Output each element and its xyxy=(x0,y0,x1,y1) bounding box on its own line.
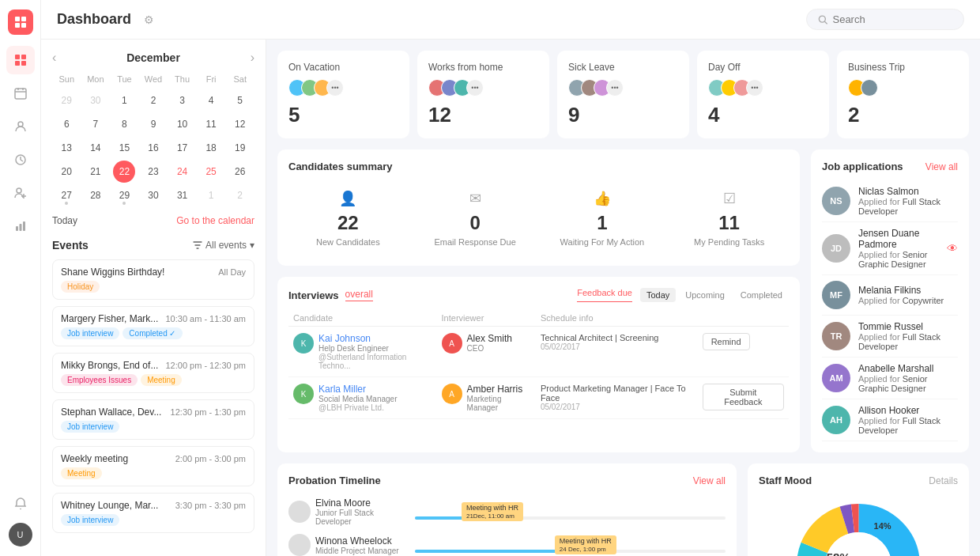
calendar-day[interactable]: 2 xyxy=(229,184,251,206)
calendar-prev[interactable]: ‹ xyxy=(52,51,56,65)
search-input[interactable] xyxy=(832,13,952,25)
event-item[interactable]: Stephan Wallace, Dev... 12:30 pm - 1:30 … xyxy=(52,399,254,440)
calendar-day[interactable]: 28 xyxy=(85,184,107,206)
svg-rect-2 xyxy=(15,23,20,28)
action-button[interactable]: Submit Feedback xyxy=(703,384,784,410)
prob-bar-container: Meeting with HR24 Dec, 1:00 pm xyxy=(415,550,726,553)
app-logo[interactable] xyxy=(8,9,33,35)
svg-rect-6 xyxy=(15,61,20,66)
donut-14-label: 14% xyxy=(874,521,891,531)
job-app-item[interactable]: TR Tommie Russel Applied for Full Stack … xyxy=(822,316,958,357)
candidate-summary-item: ☑ 11 My Pending Tasks xyxy=(669,182,789,255)
job-app-info: Tommie Russel Applied for Full Stack Dev… xyxy=(858,321,958,351)
calendar-day[interactable]: 7 xyxy=(85,113,107,135)
calendar-day[interactable]: 30 xyxy=(85,89,107,112)
calendar-day[interactable]: 29 xyxy=(55,89,77,112)
action-button[interactable]: Remind xyxy=(703,333,750,350)
calendar-day[interactable]: 16 xyxy=(142,137,164,159)
candidate-role: Social Media Manager xyxy=(318,395,398,403)
candidate-company: @Sutherland Information Techno... xyxy=(318,353,432,370)
staff-mood-panel: Staff Mood Details xyxy=(748,463,969,556)
event-tag: Meeting xyxy=(61,467,102,479)
calendar-day[interactable]: 17 xyxy=(172,137,194,159)
tab-today[interactable]: Today xyxy=(640,288,676,302)
sidebar-item-add-user[interactable] xyxy=(6,179,35,207)
stat-number: 2 xyxy=(848,103,958,127)
calendar-day[interactable]: 8 xyxy=(113,113,135,135)
stat-title: On Vacation xyxy=(288,62,340,73)
calendar-day[interactable]: 9 xyxy=(142,113,164,135)
job-app-item[interactable]: AH Allison Hooker Applied for Full Stack… xyxy=(822,399,958,441)
stat-avatars: ••• xyxy=(288,79,398,96)
calendar-day[interactable]: 23 xyxy=(142,161,164,183)
sidebar-item-calendar[interactable] xyxy=(6,79,35,108)
calendar-day[interactable]: 30 xyxy=(142,184,164,206)
job-app-name: Allison Hooker xyxy=(858,405,958,416)
calendar-day[interactable]: 2 xyxy=(142,89,164,112)
schedule-date: 05/02/2017 xyxy=(541,403,693,411)
calendar-day[interactable]: 10 xyxy=(172,113,194,135)
sidebar-item-users[interactable] xyxy=(6,112,35,141)
event-time: 12:30 pm - 1:30 pm xyxy=(171,407,246,417)
page-title: Dashboard xyxy=(57,11,131,28)
eye-icon[interactable]: 👁 xyxy=(947,242,958,255)
job-app-item[interactable]: MF Melania Filkins Applied for Copywrite… xyxy=(822,275,958,316)
sidebar: U xyxy=(0,0,41,556)
calendar-day[interactable]: 12 xyxy=(229,113,251,135)
job-app-item[interactable]: NS Niclas Salmon Applied for Full Stack … xyxy=(822,180,958,222)
user-avatar[interactable]: U xyxy=(9,523,32,547)
job-app-item[interactable]: AM Anabelle Marshall Applied for Senior … xyxy=(822,357,958,399)
goto-calendar-button[interactable]: Go to the calendar xyxy=(176,215,254,226)
event-item[interactable]: Weekly meeting 2:00 pm - 3:00 pm Meeting xyxy=(52,446,254,486)
calendar-day[interactable]: 5 xyxy=(229,89,251,112)
interview-action: Remind xyxy=(698,327,789,377)
tab-upcoming[interactable]: Upcoming xyxy=(679,288,731,302)
settings-icon[interactable]: ⚙ xyxy=(144,13,154,26)
event-item[interactable]: Whitney Lounge, Mar... 3:30 pm - 3:30 pm… xyxy=(52,493,254,533)
calendar-day[interactable]: 13 xyxy=(55,137,77,159)
calendar-day[interactable]: 1 xyxy=(200,184,222,206)
calendar-day[interactable]: 18 xyxy=(200,137,222,159)
view-all-link[interactable]: View all xyxy=(925,161,958,172)
calendar-day[interactable]: 22 xyxy=(113,161,135,183)
calendar-day[interactable]: 4 xyxy=(200,89,222,112)
sidebar-item-reports[interactable] xyxy=(6,212,35,240)
calendar-day[interactable]: 26 xyxy=(229,161,251,183)
job-app-role: Applied for Senior Graphic Designer xyxy=(858,250,958,269)
mood-details-link[interactable]: Details xyxy=(929,475,958,486)
stat-avatar-more: ••• xyxy=(466,79,484,96)
calendar-day[interactable]: 11 xyxy=(200,113,222,135)
event-item[interactable]: Shane Wiggins Birthday! All Day Holiday xyxy=(52,259,254,300)
svg-rect-1 xyxy=(21,17,26,21)
calendar-day[interactable]: 24 xyxy=(172,161,194,183)
event-item[interactable]: Mikky Brongs, End of... 12:00 pm - 12:30… xyxy=(52,353,254,393)
job-app-avatar: TR xyxy=(822,322,850,350)
events-filter[interactable]: All events ▾ xyxy=(193,240,254,251)
tab-completed[interactable]: Completed xyxy=(734,288,789,302)
calendar-day[interactable]: 3 xyxy=(172,89,194,112)
today-button[interactable]: Today xyxy=(52,215,77,226)
interviewer-name: Alex Smith xyxy=(467,333,512,344)
calendar-day[interactable]: 29 xyxy=(113,184,135,206)
calendar-day[interactable]: 19 xyxy=(229,137,251,159)
sidebar-item-dashboard[interactable] xyxy=(6,46,35,74)
calendar-day[interactable]: 25 xyxy=(200,161,222,183)
prob-event-label: Meeting with HR21Dec, 11:00 am xyxy=(462,502,523,521)
calendar-day[interactable]: 20 xyxy=(55,161,77,183)
calendar-day[interactable]: 27 xyxy=(55,184,77,206)
calendar-day[interactable]: 31 xyxy=(172,184,194,206)
calendar-day[interactable]: 21 xyxy=(85,161,107,183)
sidebar-item-time[interactable] xyxy=(6,146,35,174)
calendar-day[interactable]: 15 xyxy=(113,137,135,159)
job-app-role: Applied for Full Stack Developer xyxy=(858,416,958,435)
calendar-next[interactable]: › xyxy=(251,51,254,65)
job-app-item[interactable]: JD Jensen Duane Padmore Applied for Seni… xyxy=(822,222,958,275)
search-box[interactable] xyxy=(806,9,964,30)
probation-view-all[interactable]: View all xyxy=(693,475,726,486)
sidebar-item-notifications[interactable] xyxy=(6,490,35,518)
stat-number: 12 xyxy=(428,103,538,127)
event-item[interactable]: Margery Fisher, Mark... 10:30 am - 11:30… xyxy=(52,306,254,346)
calendar-day[interactable]: 14 xyxy=(85,137,107,159)
calendar-day[interactable]: 6 xyxy=(55,113,77,135)
calendar-day[interactable]: 1 xyxy=(113,89,135,112)
